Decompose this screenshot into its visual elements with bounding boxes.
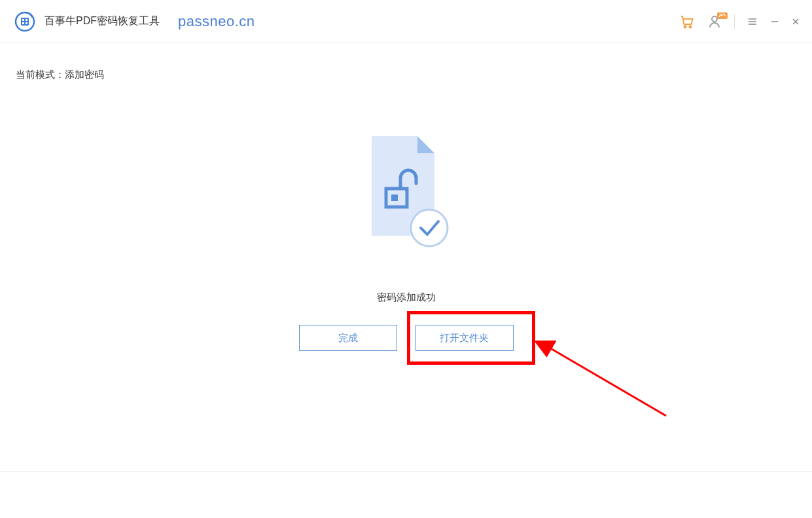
svg-rect-2 (22, 19, 24, 21)
close-icon[interactable] (791, 17, 800, 26)
svg-point-6 (684, 26, 686, 28)
svg-rect-3 (26, 19, 27, 21)
cart-icon[interactable] (679, 14, 695, 29)
footer-divider (0, 472, 812, 472)
app-logo-icon (14, 11, 35, 32)
svg-point-18 (411, 210, 448, 246)
svg-rect-5 (26, 22, 27, 24)
mode-prefix: 当前模式： (16, 69, 65, 80)
header-divider (734, 14, 735, 29)
mode-indicator: 当前模式：添加密码 (16, 69, 104, 81)
annotation-arrow-icon (535, 341, 679, 426)
minimize-icon[interactable] (770, 17, 779, 26)
file-success-icon (364, 131, 449, 246)
status-message: 密码添加成功 (377, 291, 436, 304)
user-icon[interactable] (707, 14, 722, 29)
menu-icon[interactable] (747, 16, 758, 28)
svg-line-20 (548, 347, 666, 416)
svg-rect-4 (22, 22, 24, 24)
main-content: 密码添加成功 完成 打开文件夹 (299, 131, 514, 351)
svg-point-7 (690, 26, 692, 28)
domain-label: passneo.cn (178, 13, 255, 30)
svg-rect-1 (21, 18, 29, 26)
svg-point-8 (712, 16, 717, 22)
header-bar: 百事牛PDF密码恢复工具 passneo.cn (0, 0, 812, 43)
complete-button[interactable]: 完成 (299, 325, 397, 351)
svg-rect-9 (717, 12, 728, 19)
app-title: 百事牛PDF密码恢复工具 (44, 14, 160, 28)
open-folder-button[interactable]: 打开文件夹 (415, 325, 514, 351)
header-actions (679, 14, 800, 29)
svg-rect-17 (391, 194, 398, 201)
mode-value: 添加密码 (65, 69, 104, 80)
action-buttons: 完成 打开文件夹 (299, 325, 514, 351)
